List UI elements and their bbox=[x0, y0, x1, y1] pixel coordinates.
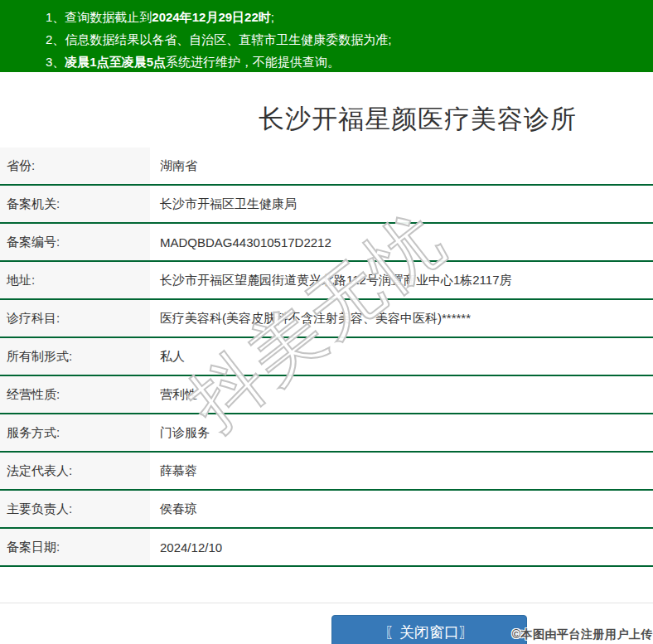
row-label: 备案日期: bbox=[0, 529, 150, 565]
table-row-medical-subjects: 诊疗科目: 医疗美容科(美容皮肤科不含注射美容、美容中医科)****** bbox=[0, 300, 653, 338]
notice-line-1: 1、查询数据截止到2024年12月29日22时; bbox=[46, 6, 645, 28]
upload-credit-watermark: ©本图由平台注册用户上传 bbox=[512, 627, 653, 642]
notice-banner: 1、查询数据截止到2024年12月29日22时; 2、信息数据结果以各省、自治区… bbox=[0, 0, 653, 72]
table-row-address: 地址: 长沙市开福区望麓园街道黄兴北路112号润置商业中心1栋2117房 bbox=[0, 262, 653, 300]
row-value: 医疗美容科(美容皮肤科不含注射美容、美容中医科)****** bbox=[150, 300, 653, 337]
notice-2-text: 2、信息数据结果以各省、自治区、直辖市卫生健康委数据为准; bbox=[46, 32, 392, 46]
notice-3-suffix: 系统进行维护，不能提供查询。 bbox=[166, 55, 340, 69]
row-label: 法定代表人: bbox=[0, 453, 150, 489]
table-row-principal: 主要负责人: 侯春琼 bbox=[0, 491, 653, 529]
footer-divider bbox=[0, 603, 653, 603]
table-row-legal-representative: 法定代表人: 薛慕蓉 bbox=[0, 453, 653, 491]
row-label: 地址: bbox=[0, 262, 150, 298]
table-row-registration-number: 备案编号: MADQBDAG443010517D2212 bbox=[0, 224, 653, 262]
row-label: 主要负责人: bbox=[0, 491, 150, 527]
row-value: 私人 bbox=[150, 338, 653, 375]
row-value: 湖南省 bbox=[150, 148, 653, 184]
table-row-business-nature: 经营性质: 营利性 bbox=[0, 376, 653, 414]
page-title: 长沙开福星颜医疗美容诊所 bbox=[182, 102, 653, 137]
row-label: 服务方式: bbox=[0, 414, 150, 451]
row-label: 省份: bbox=[0, 148, 150, 184]
row-value: 长沙市开福区望麓园街道黄兴北路112号润置商业中心1栋2117房 bbox=[150, 262, 653, 298]
row-label: 备案机关: bbox=[0, 186, 150, 222]
notice-1-text: 1、查询数据截止到 bbox=[46, 10, 152, 24]
table-row-authority: 备案机关: 长沙市开福区卫生健康局 bbox=[0, 186, 653, 224]
table-row-registration-date: 备案日期: 2024/12/10 bbox=[0, 529, 653, 567]
notice-3-text: 3、 bbox=[46, 55, 65, 69]
notice-3-bold: 凌晨1点至凌晨5点 bbox=[65, 55, 166, 69]
table-row-province: 省份: 湖南省 bbox=[0, 148, 653, 186]
registration-info-table: 省份: 湖南省 备案机关: 长沙市开福区卫生健康局 备案编号: MADQBDAG… bbox=[0, 148, 653, 567]
row-value: 侯春琼 bbox=[150, 491, 653, 527]
row-value: 营利性 bbox=[150, 376, 653, 413]
notice-1-suffix: ; bbox=[271, 10, 274, 24]
row-value: 薛慕蓉 bbox=[150, 453, 653, 489]
row-value: 长沙市开福区卫生健康局 bbox=[150, 186, 653, 222]
notice-line-3: 3、凌晨1点至凌晨5点系统进行维护，不能提供查询。 bbox=[46, 51, 645, 73]
notice-line-2: 2、信息数据结果以各省、自治区、直辖市卫生健康委数据为准; bbox=[46, 28, 645, 51]
row-value: 2024/12/10 bbox=[150, 529, 653, 565]
row-label: 备案编号: bbox=[0, 224, 150, 260]
row-value: 门诊服务 bbox=[150, 414, 653, 451]
row-label: 所有制形式: bbox=[0, 338, 150, 375]
row-label: 经营性质: bbox=[0, 376, 150, 413]
table-row-ownership: 所有制形式: 私人 bbox=[0, 338, 653, 376]
row-value: MADQBDAG443010517D2212 bbox=[150, 224, 653, 260]
notice-1-bold: 2024年12月29日22时 bbox=[152, 10, 270, 24]
close-window-button[interactable]: 〖关闭窗口〗 bbox=[331, 615, 527, 644]
row-label: 诊疗科目: bbox=[0, 300, 150, 337]
table-row-service-mode: 服务方式: 门诊服务 bbox=[0, 414, 653, 453]
